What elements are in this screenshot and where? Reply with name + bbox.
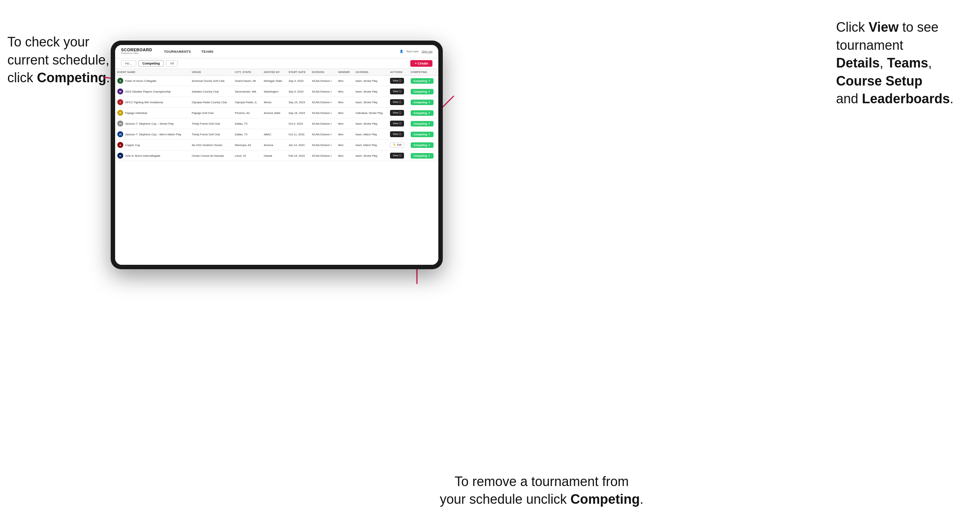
team-logo: H <box>117 153 123 159</box>
venue-cell: Ocean Course At Hokuala <box>190 151 233 161</box>
event-name: OFCC Fighting Illini Invitational <box>125 101 163 104</box>
division-cell: NCAA Division I <box>310 118 336 129</box>
table-row: S Folds of Honor Collegiate American Dun… <box>115 76 438 86</box>
hosted-cell: Washington <box>262 86 286 97</box>
filter-all-btn[interactable]: All <box>166 60 178 67</box>
view-button[interactable]: View ⓘ <box>390 121 404 127</box>
actions-cell: View ⓘ <box>388 129 409 140</box>
nav-teams[interactable]: TEAMS <box>200 50 215 54</box>
city-cell: Maricopa, AZ <box>233 140 262 151</box>
actions-cell: View ⓘ <box>388 76 409 86</box>
brand-logo: SCOREBOARD Powered by clippi <box>121 48 152 55</box>
competing-button[interactable]: Competing <box>410 132 434 137</box>
table-row: JS Jackson T. Stephens Cup – Stroke Play… <box>115 118 438 129</box>
team-logo: S <box>117 78 123 84</box>
view-button[interactable]: View ⓘ <box>390 78 404 84</box>
table-row: JS Jackson T. Stephens Cup – Men's Match… <box>115 129 438 140</box>
venue-cell: Trinity Forest Golf Club <box>190 118 233 129</box>
scoring-cell: team, Stroke Play <box>353 86 388 97</box>
scoring-cell: team, Stroke Play <box>353 118 388 129</box>
city-cell: Grand Haven, MI <box>233 76 262 86</box>
start-date-cell: Oct 11, 2023 <box>286 129 310 140</box>
event-name: 2023 Sahalee Players Championship <box>125 90 170 93</box>
division-cell: NCAA Division I <box>310 97 336 108</box>
tournaments-table: EVENT NAME VENUE CITY, STATE HOSTED BY S… <box>115 69 438 161</box>
event-name: John A. Burns Intercollegiate <box>125 154 160 157</box>
actions-cell: View ⓘ <box>388 118 409 129</box>
event-name: Jackson T. Stephens Cup – Stroke Play <box>125 122 174 125</box>
brand-title: SCOREBOARD <box>121 48 152 52</box>
view-button[interactable]: View ⓘ <box>390 110 404 116</box>
event-name: Copper Cup <box>125 143 140 147</box>
competing-button[interactable]: Competing <box>410 121 434 127</box>
tablet-screen: SCOREBOARD Powered by clippi TOURNAMENTS… <box>115 45 438 265</box>
hosted-cell: Michigan State <box>262 76 286 86</box>
scoring-cell: team, Match Play <box>353 129 388 140</box>
sign-out-link[interactable]: Sign out <box>422 50 433 53</box>
team-logo: JS <box>117 121 123 127</box>
city-cell: Dallas, TX <box>233 129 262 140</box>
gender-cell: Men <box>336 76 353 86</box>
annotation-top-left: To check your current schedule, click Co… <box>7 33 115 87</box>
nav-tournaments[interactable]: TOURNAMENTS <box>162 50 192 54</box>
team-logo: W <box>117 89 123 94</box>
create-button[interactable]: + Create <box>410 60 433 67</box>
col-event-name: EVENT NAME <box>115 69 190 76</box>
competing-cell: Competing <box>409 108 438 118</box>
actions-cell: View ⓘ <box>388 97 409 108</box>
edit-button[interactable]: ✏️ Edit <box>390 142 404 148</box>
venue-cell: Papago Golf Club <box>190 108 233 118</box>
col-scoring: SCORING <box>353 69 388 76</box>
hosted-cell: Illinois <box>262 97 286 108</box>
start-date-cell: Jan 14, 2024 <box>286 140 310 151</box>
hosted-cell <box>262 118 286 129</box>
col-start-date: START DATE <box>286 69 310 76</box>
table-row: I OFCC Fighting Illini Invitational Olym… <box>115 97 438 108</box>
division-cell: NCAA Division I <box>310 129 336 140</box>
competing-button[interactable]: Competing <box>410 153 434 159</box>
division-cell: NCAA Division I <box>310 140 336 151</box>
filter-home-btn[interactable]: Ho... <box>121 60 136 67</box>
filter-competing-btn[interactable]: Competing <box>138 60 164 67</box>
view-button[interactable]: View ⓘ <box>390 153 404 159</box>
nav-username: Test User <box>406 50 419 53</box>
gender-cell: Men <box>336 86 353 97</box>
scoring-cell: team, Match Play <box>353 140 388 151</box>
col-hosted-by: HOSTED BY <box>262 69 286 76</box>
start-date-cell: Oct 9, 2023 <box>286 118 310 129</box>
view-button[interactable]: View ⓘ <box>390 99 404 105</box>
table-row: P Papago Individual Papago Golf ClubPhoe… <box>115 108 438 118</box>
annotation-top-right: Click View to see tournament Details, Te… <box>836 18 973 108</box>
table-row: H John A. Burns Intercollegiate Ocean Co… <box>115 151 438 161</box>
col-actions: ACTIONS <box>388 69 409 76</box>
venue-cell: Ak-Chin Southern Dunes <box>190 140 233 151</box>
competing-cell: Competing <box>409 76 438 86</box>
gender-cell: Men <box>336 97 353 108</box>
competing-button[interactable]: Competing <box>410 89 434 94</box>
start-date-cell: Sep 9, 2023 <box>286 86 310 97</box>
division-cell: NCAA Division I <box>310 86 336 97</box>
event-name: Jackson T. Stephens Cup – Men's Match Pl… <box>125 133 181 136</box>
venue-cell: Trinity Forest Golf Club <box>190 129 233 140</box>
competing-button[interactable]: Competing <box>410 142 434 148</box>
competing-button[interactable]: Competing <box>410 78 434 84</box>
hosted-cell: Hawaii <box>262 151 286 161</box>
competing-button[interactable]: Competing <box>410 110 434 116</box>
competing-cell: Competing <box>409 129 438 140</box>
competing-button[interactable]: Competing <box>410 100 434 105</box>
competing-cell: Competing <box>409 86 438 97</box>
col-division: DIVISION <box>310 69 336 76</box>
city-cell: Phoenix, AZ <box>233 108 262 118</box>
competing-cell: Competing <box>409 140 438 151</box>
view-button[interactable]: View ⓘ <box>390 131 404 137</box>
nav-user: 👤 Test User Sign out <box>399 50 433 53</box>
start-date-cell: Sep 18, 2023 <box>286 108 310 118</box>
city-cell: Olympia Fields, IL <box>233 97 262 108</box>
table-header-row: EVENT NAME VENUE CITY, STATE HOSTED BY S… <box>115 69 438 76</box>
team-logo: JS <box>117 131 123 137</box>
col-city-state: CITY, STATE <box>233 69 262 76</box>
view-button[interactable]: View ⓘ <box>390 89 404 94</box>
competing-cell: Competing <box>409 151 438 161</box>
division-cell: NCAA Division I <box>310 108 336 118</box>
col-gender: GENDER <box>336 69 353 76</box>
